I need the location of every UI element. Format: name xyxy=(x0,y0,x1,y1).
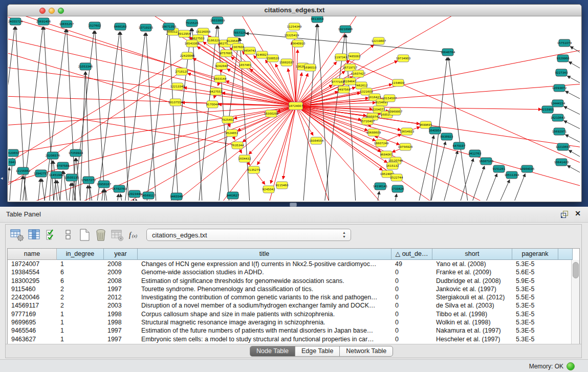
graph-node[interactable]: 19218986 xyxy=(338,26,353,33)
graph-node[interactable]: 15640910 xyxy=(291,40,306,47)
table-row[interactable]: 946362711997Embryonic stem cells: a mode… xyxy=(8,335,558,343)
cell-pagerank[interactable]: 5.5E-5 xyxy=(512,293,558,301)
table-row[interactable]: 1938455462009Genome-wide association stu… xyxy=(8,268,558,276)
graph-node[interactable]: 1640954 xyxy=(429,127,442,134)
graph-node[interactable]: 10719155 xyxy=(139,24,154,31)
delete-trash-icon[interactable] xyxy=(94,228,108,242)
network-window-titlebar[interactable]: citations_edges.txt xyxy=(8,5,581,16)
graph-edge[interactable] xyxy=(84,185,88,201)
graph-node[interactable]: 16511394 xyxy=(505,171,519,179)
graph-node[interactable]: 13505135 xyxy=(64,174,79,181)
table-row[interactable]: 1872400712008Changes of HCN gene express… xyxy=(8,260,558,268)
graph-node[interactable]: 1696010 xyxy=(304,64,317,71)
table-tabs[interactable]: Node TableEdge TableNetwork Table xyxy=(250,346,393,357)
graph-node[interactable]: 22420046 xyxy=(180,52,195,59)
cell-year[interactable]: 2009 xyxy=(104,268,138,276)
graph-edge[interactable] xyxy=(296,106,520,201)
cell-year[interactable]: 2012 xyxy=(104,293,138,301)
graph-node[interactable]: 8938923 xyxy=(441,133,453,140)
node-table[interactable]: namein_degreeyeartitle△ out_de…shortpage… xyxy=(7,248,580,345)
cell-title[interactable]: Corpus callosum shape and size in male p… xyxy=(138,310,391,318)
cell-title[interactable]: Embryonic stem cells: a model to study s… xyxy=(138,335,391,343)
table-row[interactable]: 2242004622012Investigating the contribut… xyxy=(8,293,558,301)
cell-name[interactable]: 9115460 xyxy=(8,285,57,293)
graph-node[interactable]: 10984036 xyxy=(520,165,535,172)
graph-node[interactable]: 2718120 xyxy=(176,68,188,75)
cell-pagerank[interactable]: 5.9E-5 xyxy=(512,277,558,285)
cell-pagerank[interactable]: 5.3E-5 xyxy=(512,285,558,293)
cell-short[interactable]: Yano et al. (2008) xyxy=(432,260,512,268)
graph-node[interactable]: 16033809 xyxy=(210,17,225,24)
table-row[interactable]: 911546021997Tourette syndrome. Phenomeno… xyxy=(8,285,558,293)
graph-node[interactable]: 7925402 xyxy=(222,116,234,123)
graph-node[interactable]: 10841420 xyxy=(554,159,569,166)
graph-edge[interactable] xyxy=(296,106,580,190)
graph-edge[interactable] xyxy=(67,183,71,201)
graph-node[interactable]: 1615132 xyxy=(386,162,399,169)
graph-edge[interactable] xyxy=(52,180,56,201)
cell-out_de[interactable]: 0 xyxy=(391,335,432,343)
graph-node[interactable]: 9463627 xyxy=(227,192,239,199)
graph-node[interactable]: 16210643 xyxy=(551,114,565,121)
graph-node[interactable]: 10154587 xyxy=(382,95,397,102)
cell-pagerank[interactable]: 5.3E-5 xyxy=(512,318,558,326)
graph-edge[interactable] xyxy=(569,61,580,78)
cell-short[interactable]: de Silva et al. (2003) xyxy=(432,301,512,310)
cell-in_degree[interactable]: 6 xyxy=(57,268,104,276)
graph-node[interactable]: 12923446 xyxy=(127,190,142,198)
graph-node[interactable]: 9412763 xyxy=(469,150,482,157)
cell-out_de[interactable]: 0 xyxy=(391,285,432,293)
column-header-out_de[interactable]: △ out_de… xyxy=(391,249,432,260)
row-height-icon[interactable] xyxy=(61,228,75,242)
graph-node[interactable]: 3915941 xyxy=(8,159,16,166)
graph-node[interactable]: 8427552 xyxy=(210,88,223,95)
graph-node[interactable]: 18226058 xyxy=(196,28,211,35)
graph-node[interactable]: 8466160 xyxy=(114,23,127,30)
graph-edge[interactable] xyxy=(8,103,237,145)
table-settings-icon[interactable] xyxy=(10,228,24,242)
table-header-row[interactable]: namein_degreeyeartitle△ out_de…shortpage… xyxy=(8,249,573,260)
graph-node[interactable]: 9245042 xyxy=(263,186,275,193)
cell-in_degree[interactable]: 2 xyxy=(57,301,104,310)
cell-title[interactable]: Genome-wide association studies in ADHD. xyxy=(138,268,391,276)
cell-short[interactable]: Wolkin et al. (1998) xyxy=(432,318,512,326)
graph-node[interactable]: 8454743 xyxy=(244,47,256,54)
graph-node[interactable]: 13654923 xyxy=(400,128,415,135)
graph-node[interactable]: 18107554 xyxy=(168,99,183,106)
graph-node[interactable]: 16782759 xyxy=(112,185,127,192)
graph-edge[interactable] xyxy=(36,179,40,201)
cell-year[interactable]: 1997 xyxy=(104,285,138,293)
cell-name[interactable]: 9463627 xyxy=(8,335,57,343)
tab-network-table[interactable]: Network Table xyxy=(339,346,393,357)
graph-edge[interactable] xyxy=(8,34,296,106)
graph-node[interactable]: 17957272 xyxy=(81,177,96,184)
cell-short[interactable]: Hescheler et al. (1997) xyxy=(432,335,512,343)
column-header-in_degree[interactable]: in_degree xyxy=(57,249,104,260)
graph-node[interactable]: 2367608 xyxy=(232,43,245,51)
network-graph[interactable]: 1872400786601238912954182260589827503818… xyxy=(8,16,580,201)
graph-edge[interactable] xyxy=(271,106,296,184)
close-panel-icon[interactable]: ✕ xyxy=(575,209,581,217)
cell-pagerank[interactable]: 5.3E-5 xyxy=(512,326,558,335)
graph-node[interactable]: 12210654 xyxy=(556,143,571,150)
graph-node[interactable]: 9242848 xyxy=(215,62,228,70)
split-divider-grip[interactable] xyxy=(290,203,297,207)
graph-node[interactable]: 7485083 xyxy=(348,53,361,60)
cell-in_degree[interactable]: 1 xyxy=(57,310,104,318)
cell-pagerank[interactable]: 5.3E-5 xyxy=(512,310,558,318)
scrollbar-thumb[interactable] xyxy=(573,262,579,278)
graph-node[interactable]: 20206576 xyxy=(46,152,60,159)
graph-edge[interactable] xyxy=(567,165,580,182)
graph-node[interactable]: 1527602 xyxy=(89,22,101,29)
cell-title[interactable]: Investigating the contribution of common… xyxy=(138,293,391,301)
graph-node[interactable]: 9170044 xyxy=(206,101,219,108)
graph-edge[interactable] xyxy=(95,32,120,201)
graph-node[interactable]: 9777169 xyxy=(332,78,344,85)
cell-pagerank[interactable]: 5.3E-5 xyxy=(512,301,558,310)
graph-node[interactable]: 9465546 xyxy=(170,193,183,200)
cell-short[interactable]: Stergiakouli et al. (2012) xyxy=(432,293,512,301)
network-window[interactable]: citations_edges.txt 18724007866012389129… xyxy=(7,4,582,202)
cell-year[interactable]: 2008 xyxy=(104,277,138,285)
cell-name[interactable]: 9777169 xyxy=(8,310,57,318)
graph-node[interactable]: 14196141 xyxy=(373,183,388,190)
